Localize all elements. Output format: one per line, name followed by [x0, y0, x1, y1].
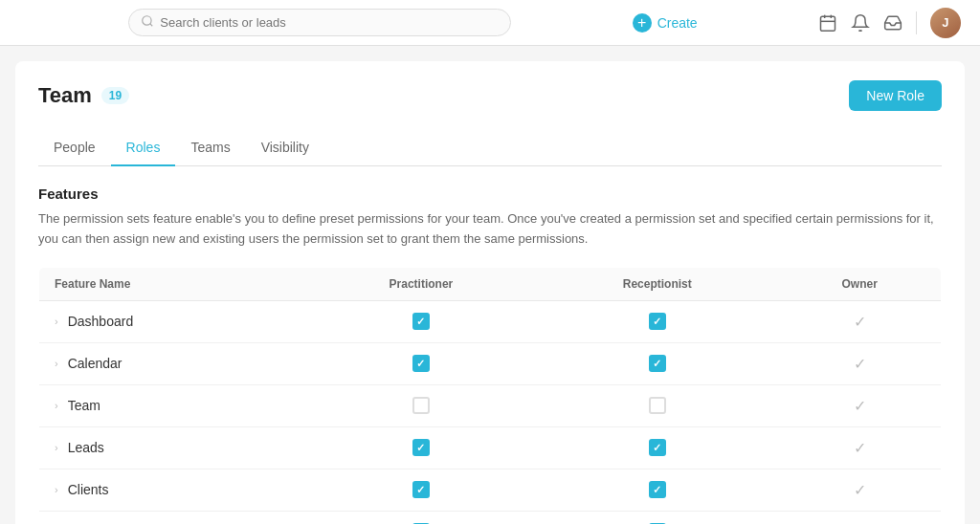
- table-row: › Team ✓: [39, 384, 942, 426]
- search-bar[interactable]: [128, 9, 511, 36]
- topnav: + Create J: [0, 0, 980, 46]
- search-icon: [141, 14, 154, 31]
- feature-name-label: Dashboard: [68, 314, 134, 329]
- owner-check-icon[interactable]: ✓: [793, 439, 925, 457]
- receptionist-cell[interactable]: [536, 426, 778, 469]
- page-title: Team: [38, 83, 92, 108]
- col-receptionist: Receptionist: [536, 267, 778, 300]
- create-button[interactable]: + Create: [633, 13, 698, 33]
- table-row: › Calendar ✓: [39, 342, 942, 384]
- receptionist-checkbox[interactable]: [649, 313, 666, 330]
- avatar[interactable]: J: [930, 8, 961, 38]
- chevron-down-icon[interactable]: ›: [55, 400, 58, 411]
- tab-roles[interactable]: Roles: [111, 130, 176, 166]
- page-header: Team 19 New Role: [38, 80, 942, 111]
- chevron-down-icon[interactable]: ›: [55, 442, 58, 453]
- receptionist-cell[interactable]: [536, 384, 778, 426]
- owner-cell[interactable]: ✓: [778, 384, 941, 426]
- feature-name-label: Team: [68, 398, 100, 413]
- practitioner-checkbox[interactable]: [412, 313, 430, 330]
- owner-check-icon[interactable]: ✓: [793, 481, 925, 499]
- create-plus-icon: +: [633, 13, 652, 33]
- col-practitioner: Practitioner: [306, 267, 536, 300]
- table-row: › Clients ✓: [39, 469, 942, 511]
- tab-people[interactable]: People: [38, 130, 111, 166]
- chevron-down-icon[interactable]: ›: [55, 484, 58, 495]
- new-role-button[interactable]: New Role: [849, 80, 942, 111]
- features-description: The permission sets feature enable's you…: [38, 209, 942, 250]
- create-label: Create: [657, 15, 698, 31]
- practitioner-cell[interactable]: [306, 384, 536, 426]
- inbox-icon-btn[interactable]: [883, 13, 902, 33]
- tab-visibility[interactable]: Visibility: [246, 130, 324, 166]
- receptionist-cell[interactable]: [536, 511, 778, 524]
- tabs: People Roles Teams Visibility: [38, 130, 942, 166]
- bell-icon-btn[interactable]: [851, 13, 870, 33]
- table-row: › Analytics ✓: [39, 511, 942, 524]
- practitioner-checkbox[interactable]: [412, 439, 430, 456]
- practitioner-cell[interactable]: [306, 511, 536, 524]
- nav-icons: J: [818, 8, 961, 38]
- features-title: Features: [38, 186, 942, 202]
- chevron-down-icon[interactable]: ›: [55, 358, 58, 369]
- calendar-icon-btn[interactable]: [818, 13, 837, 33]
- svg-line-1: [150, 24, 153, 27]
- col-feature-name: Feature Name: [39, 267, 306, 300]
- practitioner-cell[interactable]: [306, 426, 536, 469]
- practitioner-cell[interactable]: [306, 342, 536, 384]
- owner-cell[interactable]: ✓: [778, 342, 941, 384]
- table-row: › Leads ✓: [39, 426, 942, 469]
- receptionist-cell[interactable]: [536, 469, 778, 511]
- features-section: Features The permission sets feature ena…: [38, 186, 942, 524]
- page-title-group: Team 19: [38, 83, 129, 108]
- owner-cell[interactable]: ✓: [778, 511, 941, 524]
- team-count-badge: 19: [101, 87, 129, 104]
- table-row: › Dashboard ✓: [39, 300, 942, 342]
- receptionist-checkbox[interactable]: [649, 397, 666, 414]
- owner-cell[interactable]: ✓: [778, 426, 941, 469]
- search-input[interactable]: [160, 15, 499, 30]
- owner-check-icon[interactable]: ✓: [793, 397, 925, 415]
- practitioner-cell[interactable]: [306, 469, 536, 511]
- owner-cell[interactable]: ✓: [778, 300, 941, 342]
- svg-point-0: [143, 16, 151, 25]
- chevron-down-icon[interactable]: ›: [55, 316, 58, 327]
- owner-check-icon[interactable]: ✓: [793, 355, 925, 373]
- practitioner-cell[interactable]: [306, 300, 536, 342]
- feature-name-label: Calendar: [68, 356, 122, 371]
- practitioner-checkbox[interactable]: [412, 481, 430, 498]
- receptionist-cell[interactable]: [536, 300, 778, 342]
- owner-cell[interactable]: ✓: [778, 469, 941, 511]
- receptionist-checkbox[interactable]: [649, 481, 666, 498]
- receptionist-checkbox[interactable]: [649, 355, 666, 372]
- main-content: Team 19 New Role People Roles Teams Visi…: [15, 61, 965, 524]
- practitioner-checkbox[interactable]: [412, 355, 430, 372]
- permissions-table: Feature Name Practitioner Receptionist O…: [38, 267, 942, 524]
- receptionist-cell[interactable]: [536, 342, 778, 384]
- svg-rect-2: [820, 16, 835, 31]
- col-owner: Owner: [778, 267, 941, 300]
- feature-name-label: Leads: [68, 440, 104, 455]
- receptionist-checkbox[interactable]: [649, 439, 666, 456]
- practitioner-checkbox[interactable]: [412, 397, 430, 414]
- nav-divider: [916, 11, 917, 34]
- tab-teams[interactable]: Teams: [175, 130, 245, 166]
- feature-name-label: Clients: [68, 482, 109, 497]
- owner-check-icon[interactable]: ✓: [793, 313, 925, 331]
